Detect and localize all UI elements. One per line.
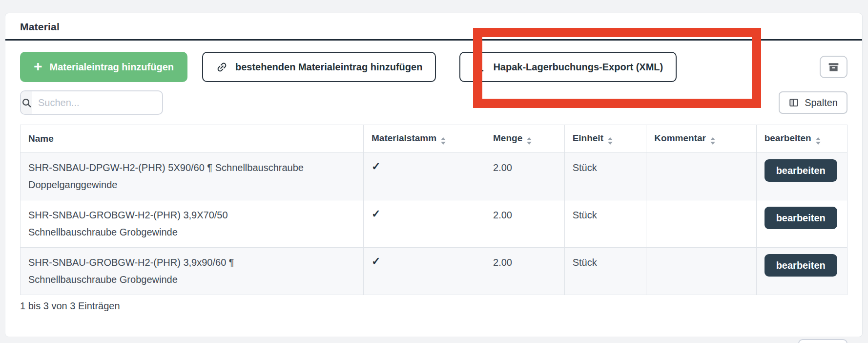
cell-action: bearbeiten: [756, 248, 847, 295]
pagination-footer: Einträge anzeigen 5: [20, 339, 847, 343]
cell-kommentar: [646, 200, 756, 248]
cell-name: SHR-SNBAU-GROBGW-H2-(PHR) 3,9X70/50 Schn…: [21, 200, 364, 248]
column-header-label: Einheit: [573, 133, 603, 143]
table-row: SHR-SNBAU-GROBGW-H2-(PHR) 3,9x90/60 ¶ Sc…: [21, 248, 847, 295]
edit-button[interactable]: bearbeiten: [765, 254, 837, 277]
add-existing-material-label: bestehenden Materialeintrag hinzufügen: [235, 62, 422, 73]
annotation-highlight-box: [473, 28, 761, 108]
materialstamm-check-icon: ✓: [364, 248, 485, 295]
sort-icon: [816, 137, 821, 145]
cell-kommentar: [646, 153, 756, 200]
cell-action: bearbeiten: [756, 153, 847, 200]
column-header-name[interactable]: Name: [21, 125, 364, 153]
material-table: Name Materialstamm Menge Einheit Komment…: [20, 125, 847, 295]
cell-menge: 2.00: [485, 153, 565, 200]
material-panel: Material + Materialeintrag hinzufügen be…: [5, 13, 863, 337]
link-icon: [213, 58, 230, 75]
sort-icon: [441, 137, 446, 145]
column-header-label: bearbeiten: [765, 133, 811, 143]
columns-icon: [788, 97, 799, 108]
columns-button[interactable]: Spalten: [779, 91, 847, 114]
column-header-menge[interactable]: Menge: [485, 125, 565, 153]
column-header-kommentar[interactable]: Kommentar: [646, 125, 756, 153]
edit-button[interactable]: bearbeiten: [765, 207, 837, 229]
add-material-label: Materialeintrag hinzufügen: [50, 62, 174, 73]
column-header-bearbeiten[interactable]: bearbeiten: [756, 125, 847, 153]
table-info-text: 1 bis 3 von 3 Einträgen: [20, 300, 847, 312]
cell-kommentar: [646, 248, 756, 295]
search-icon: [21, 91, 32, 114]
table-row: SHR-SNBAU-GROBGW-H2-(PHR) 3,9X70/50 Schn…: [21, 200, 847, 248]
materialstamm-check-icon: ✓: [364, 153, 485, 200]
column-header-label: Menge: [493, 133, 522, 143]
cell-menge: 2.00: [485, 200, 565, 248]
search-group: [20, 90, 163, 115]
archive-button[interactable]: [820, 56, 847, 78]
columns-button-label: Spalten: [805, 97, 838, 108]
archive-icon: [827, 61, 840, 73]
cell-name: SHR-SNBAU-DPGW-H2-(PHR) 5X90/60 ¶ Schnel…: [21, 153, 364, 200]
search-input[interactable]: [32, 91, 163, 114]
column-header-label: Name: [28, 133, 54, 144]
cell-einheit: Stück: [564, 153, 646, 200]
table-header-row: Name Materialstamm Menge Einheit Komment…: [21, 125, 847, 153]
cell-einheit: Stück: [564, 248, 646, 295]
add-material-button[interactable]: + Materialeintrag hinzufügen: [20, 52, 187, 82]
materialstamm-check-icon: ✓: [364, 200, 485, 248]
add-existing-material-button[interactable]: bestehenden Materialeintrag hinzufügen: [202, 52, 436, 82]
column-header-label: Kommentar: [654, 133, 706, 143]
column-header-einheit[interactable]: Einheit: [564, 125, 646, 153]
column-header-materialstamm[interactable]: Materialstamm: [364, 125, 485, 153]
sort-icon: [710, 137, 715, 145]
column-header-label: Materialstamm: [372, 133, 436, 143]
page-size-select[interactable]: 5: [798, 339, 847, 343]
sort-icon: [527, 137, 532, 145]
edit-button[interactable]: bearbeiten: [765, 159, 837, 182]
table-row: SHR-SNBAU-DPGW-H2-(PHR) 5X90/60 ¶ Schnel…: [21, 153, 847, 200]
cell-menge: 2.00: [485, 248, 565, 295]
sort-icon: [608, 137, 613, 145]
cell-name: SHR-SNBAU-GROBGW-H2-(PHR) 3,9x90/60 ¶ Sc…: [21, 248, 364, 295]
cell-action: bearbeiten: [756, 200, 847, 248]
cell-einheit: Stück: [564, 200, 646, 248]
